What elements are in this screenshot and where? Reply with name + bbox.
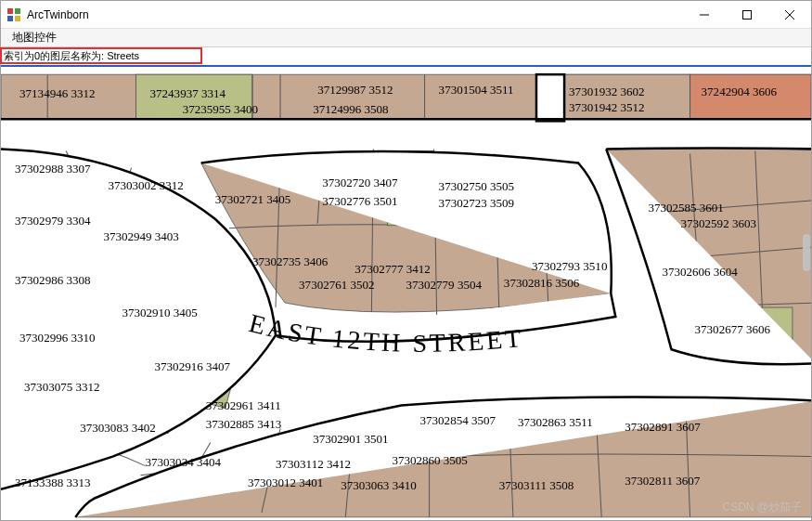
- watermark: CSDN @炒茄子: [722, 500, 802, 515]
- parcel-label: 37302986 3308: [15, 273, 91, 287]
- parcel-label: 37243937 3314: [150, 86, 226, 100]
- svg-rect-0: [7, 8, 13, 14]
- parcel-label: 37242904 3606: [702, 85, 778, 98]
- maximize-button[interactable]: [726, 1, 768, 29]
- parcel-label: 37235955 3400: [183, 102, 259, 116]
- parcel-label: 37301942 3512: [569, 100, 644, 114]
- parcel-label: 37302761 3502: [299, 278, 374, 292]
- parcel-label: 37302988 3307: [15, 162, 91, 176]
- parcel-label: 37302891 3607: [625, 420, 701, 434]
- parcel-label: 37134946 3312: [19, 86, 95, 100]
- parcel-label: 37302901 3501: [313, 432, 388, 446]
- parcel-label: 37302735 3406: [252, 254, 329, 268]
- parcel-label: 37302811 3607: [625, 474, 700, 488]
- parcel-label: 37302863 3511: [518, 415, 593, 429]
- parcel-label: 37302949 3403: [103, 229, 178, 243]
- parcel-label: 37303083 3402: [80, 421, 155, 435]
- parcel-label: 37302854 3507: [420, 413, 496, 427]
- parcel-label: 37129987 3512: [317, 83, 393, 97]
- parcel-label: 37302723 3509: [439, 196, 514, 210]
- parcel-label: 37302996 3310: [19, 331, 96, 345]
- status-text: 索引为0的图层名称为: Streets: [4, 49, 139, 63]
- parcel-label: 37302910 3405: [122, 306, 197, 319]
- parcel-label: 37301504 3511: [439, 83, 514, 97]
- parcel-group-top: [1, 74, 811, 121]
- parcel-label: 37124996 3508: [313, 102, 389, 116]
- svg-rect-2: [7, 16, 13, 21]
- svg-rect-3: [15, 16, 20, 21]
- parcel-label: 37301932 3602: [569, 85, 644, 98]
- minimize-button[interactable]: [683, 1, 726, 29]
- parcel-label: 37302606 3604: [662, 265, 738, 279]
- parcel-label: 37302585 3601: [648, 201, 723, 215]
- window-controls: [683, 1, 811, 29]
- parcel-label: 37303034 3404: [146, 455, 222, 469]
- app-icon: [6, 7, 21, 22]
- parcel-label: 37302779 3504: [406, 278, 483, 292]
- map-viewport[interactable]: EAST 12TH STREET 37134946 331237243937 3…: [1, 67, 811, 520]
- status-panel: 索引为0的图层名称为: Streets: [0, 47, 202, 64]
- map-svg[interactable]: EAST 12TH STREET 37134946 331237243937 3…: [1, 67, 811, 520]
- parcel-label: 37303063 3410: [341, 478, 417, 492]
- parcel-label: 37302721 3405: [215, 192, 290, 206]
- parcel-label: 37302885 3413: [206, 418, 281, 432]
- menubar: 地图控件: [1, 29, 811, 47]
- parcel-label: 37303075 3312: [24, 380, 99, 394]
- parcel-label: 37302750 3505: [439, 179, 514, 193]
- close-button[interactable]: [768, 1, 811, 29]
- status-bar-wrap: 索引为0的图层名称为: Streets: [1, 47, 811, 67]
- window-title: ArcTwinborn: [27, 8, 683, 21]
- menu-map-controls[interactable]: 地图控件: [5, 28, 64, 47]
- parcel-label: 37302777 3412: [354, 262, 430, 276]
- svg-rect-20: [536, 74, 564, 121]
- svg-rect-1: [15, 8, 20, 14]
- parcel-label: 37302720 3407: [322, 176, 398, 189]
- parcel-label: 37303012 3401: [248, 475, 323, 489]
- parcel-label: 37302860 3505: [392, 453, 467, 467]
- parcel-label: 37302776 3501: [322, 194, 397, 208]
- parcel-label: 37302916 3407: [155, 359, 231, 373]
- parcel-label: 37302677 3606: [695, 322, 771, 336]
- parcel-label: 37303112 3412: [276, 457, 351, 471]
- parcel-label: 37302816 3506: [504, 276, 580, 290]
- parcel-label: 37302961 3411: [206, 398, 281, 412]
- vertical-scrollbar[interactable]: [803, 234, 810, 271]
- parcel-label: 37133388 3313: [15, 475, 90, 489]
- parcel-label: 37303111 3508: [499, 478, 574, 492]
- parcel-label: 37303002 3312: [108, 178, 183, 192]
- svg-rect-5: [743, 10, 752, 19]
- app-window: ArcTwinborn 地图控件 索引为0的图层名称为: Streets: [0, 0, 812, 521]
- titlebar: ArcTwinborn: [1, 1, 811, 29]
- parcel-label: 37302979 3304: [15, 214, 91, 228]
- parcel-label: 37302793 3510: [532, 259, 608, 273]
- parcel-label: 37302592 3603: [681, 216, 756, 230]
